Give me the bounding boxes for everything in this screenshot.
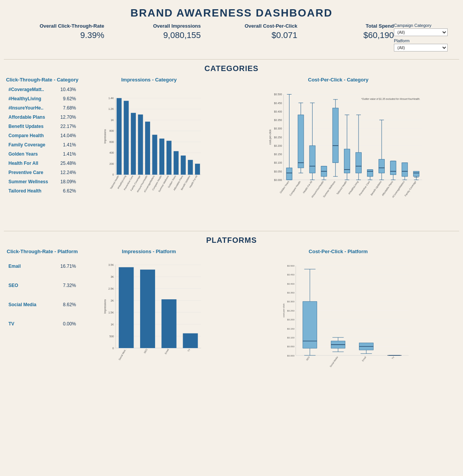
ctr-category-list: #CoverageMatt..10.43%#HealthyLiving9.62%… xyxy=(4,85,81,196)
svg-text:$0.350: $0.350 xyxy=(274,119,282,121)
svg-text:Impressions: Impressions xyxy=(104,129,107,144)
impressions-category-panel: Impressions - Category 02004006008001K1.… xyxy=(84,75,214,227)
ctr-item-value: 22.17% xyxy=(60,124,76,129)
svg-text:Golden Years: Golden Years xyxy=(279,180,289,194)
svg-rect-121 xyxy=(367,169,373,176)
svg-rect-25 xyxy=(138,114,143,175)
svg-text:Email: Email xyxy=(164,348,169,355)
ctr-platform-title: Click-Through-Rate - Platform xyxy=(4,247,81,257)
svg-rect-135 xyxy=(390,161,396,175)
svg-rect-31 xyxy=(159,139,164,175)
cpc-platform-panel: Cost-Per-Click - Platform cost-per-click… xyxy=(217,247,459,399)
svg-text:$0.050: $0.050 xyxy=(274,170,282,173)
cpc-platform-title: Cost-Per-Click - Platform xyxy=(217,247,459,257)
impressions-value: 9,080,155 xyxy=(104,30,201,40)
svg-text:#HealthyLiving: #HealthyLiving xyxy=(347,180,359,195)
ctr-item-name: Email xyxy=(8,264,21,269)
ctr-category-item: #CoverageMatt..10.43% xyxy=(8,85,77,94)
svg-text:$0.350: $0.350 xyxy=(287,291,294,294)
svg-text:Benefit Updates: Benefit Updates xyxy=(370,180,382,196)
categories-section-title: CATEGORIES xyxy=(0,61,463,75)
ctr-item-value: 12.70% xyxy=(60,114,76,120)
svg-text:1K: 1K xyxy=(111,119,114,121)
svg-rect-27 xyxy=(145,122,150,175)
svg-text:400: 400 xyxy=(109,151,114,154)
ctr-item-value: 14.04% xyxy=(60,133,76,138)
svg-rect-39 xyxy=(188,160,193,174)
svg-text:Social Media: Social Media xyxy=(329,356,339,368)
svg-text:1.5K: 1.5K xyxy=(108,311,114,314)
impressions-platform-panel: Impressions - Platform 05001K1.5K2K2.5K3… xyxy=(84,247,214,399)
ctr-item-name: Tailored Health xyxy=(8,188,41,194)
svg-rect-149 xyxy=(413,171,419,176)
ctr-category-item: #HealthyLiving9.62% xyxy=(8,94,77,103)
svg-text:Health For All: Health For All xyxy=(302,180,313,194)
svg-text:Tailored Health: Tailored Health xyxy=(336,180,347,195)
svg-text:Social Med..: Social Med.. xyxy=(118,348,127,361)
cpc-metric: Overall Cost-Per-Click $0.071 xyxy=(201,23,298,40)
ctr-item-name: TV xyxy=(8,321,14,327)
ctr-item-name: Health For All xyxy=(8,161,38,166)
svg-text:$0.250: $0.250 xyxy=(287,309,294,312)
filters-block: Campaign Category (All) Platform (All) xyxy=(394,23,455,54)
ctr-category-item: Affordable Plans12.70% xyxy=(8,113,77,122)
platform-select[interactable]: (All) xyxy=(394,44,448,51)
svg-text:$0.450: $0.450 xyxy=(287,273,294,276)
svg-text:TV: TV xyxy=(187,348,191,352)
svg-text:0: 0 xyxy=(112,173,114,176)
svg-text:Email: Email xyxy=(362,356,367,362)
campaign-category-select[interactable]: (All) xyxy=(394,28,448,36)
svg-rect-29 xyxy=(152,135,157,175)
svg-text:SEO: SEO xyxy=(144,348,148,354)
svg-text:$0.100: $0.100 xyxy=(287,336,294,339)
svg-text:cost-per-click: cost-per-click xyxy=(269,129,272,144)
svg-rect-114 xyxy=(356,153,361,173)
ctr-item-name: Summer Wellness xyxy=(8,179,48,184)
cpc-label: Overall Cost-Per-Click xyxy=(201,23,298,29)
ctr-item-name: Social Media xyxy=(8,302,36,307)
cpc-category-chart: cost-per-click$0.000$0.050$0.100$0.150$0… xyxy=(217,85,459,227)
svg-text:0: 0 xyxy=(112,347,114,350)
svg-text:#CoverageMatters: #CoverageMatters xyxy=(392,180,405,198)
svg-text:$0.400: $0.400 xyxy=(287,282,294,285)
svg-text:3.5K: 3.5K xyxy=(108,264,114,266)
ctr-category-item: Preventive Care12.24% xyxy=(8,168,77,177)
svg-text:TV: TV xyxy=(391,356,395,360)
svg-rect-79 xyxy=(298,115,304,168)
metrics-row: Overall Click-Through-Rate 9.39% Overall… xyxy=(0,23,463,58)
ctr-category-item: Summer Wellness18.09% xyxy=(8,177,77,186)
svg-rect-37 xyxy=(181,156,186,175)
ctr-value: 9.39% xyxy=(8,30,104,40)
ctr-platform-item: Email16.71% xyxy=(8,257,77,276)
svg-text:$0.500: $0.500 xyxy=(274,93,282,96)
svg-rect-178 xyxy=(183,333,198,348)
ctr-item-name: #InsureYourHe.. xyxy=(8,105,43,111)
svg-rect-100 xyxy=(332,108,338,163)
campaign-category-filter-label: Campaign Category xyxy=(394,23,455,28)
platforms-section-title: PLATFORMS xyxy=(0,233,463,247)
ctr-category-item: Benefit Updates22.17% xyxy=(8,122,77,131)
svg-rect-33 xyxy=(167,141,172,174)
ctr-category-item: Golden Years1.41% xyxy=(8,149,77,159)
svg-text:$0.200: $0.200 xyxy=(274,144,282,147)
svg-text:1.4K: 1.4K xyxy=(108,97,114,100)
dashboard-title: BRAND AWARENESS DASHBOARD xyxy=(0,0,463,23)
svg-rect-35 xyxy=(174,151,179,174)
impressions-platform-title: Impressions - Platform xyxy=(84,247,214,257)
svg-text:*Outlier value of $1.35 exclud: *Outlier value of $1.35 excluded for #In… xyxy=(361,98,420,100)
cpc-category-panel: Cost-Per-Click - Category cost-per-click… xyxy=(217,75,459,227)
svg-text:$0.200: $0.200 xyxy=(287,318,294,321)
svg-text:2.5K: 2.5K xyxy=(108,287,114,290)
svg-rect-86 xyxy=(309,146,315,173)
svg-text:1.2K: 1.2K xyxy=(108,108,114,110)
ctr-metric: Overall Click-Through-Rate 9.39% xyxy=(8,23,104,40)
ctr-platform-list: Email16.71%SEO7.32%Social Media8.62%TV0.… xyxy=(4,257,81,333)
ctr-item-value: 8.62% xyxy=(63,302,76,307)
ctr-item-name: Benefit Updates xyxy=(8,124,43,129)
ctr-item-name: #HealthyLiving xyxy=(8,96,41,101)
ctr-item-value: 6.62% xyxy=(63,188,76,194)
svg-text:$0.000: $0.000 xyxy=(274,179,282,181)
svg-text:$0.050: $0.050 xyxy=(287,345,294,348)
svg-text:$0.450: $0.450 xyxy=(274,102,282,104)
cpc-value: $0.071 xyxy=(201,30,298,40)
